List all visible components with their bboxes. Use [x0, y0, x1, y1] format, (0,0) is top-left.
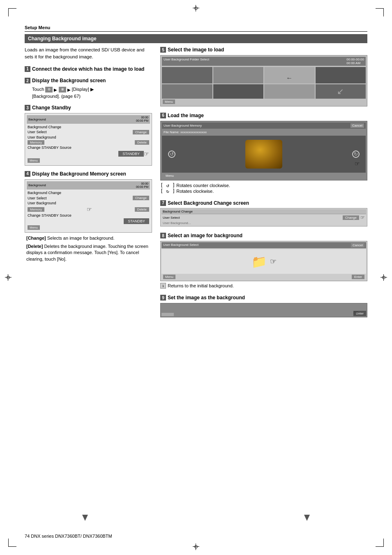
step-8-number: 8 [160, 233, 166, 238]
step8-enter-btn[interactable]: Enter [352, 275, 364, 279]
arrow-icon-1: ▶ [54, 87, 57, 93]
thumb-3[interactable]: ← [264, 67, 315, 83]
step6-touch-hand: ☞ [355, 160, 360, 167]
step8-menu-btn[interactable]: Menu [163, 275, 175, 279]
step-3-title: Change Standby [32, 104, 71, 111]
step-7: 7 Select Background Change screen Backgr… [160, 200, 367, 227]
returns-indicator: 1 [160, 283, 166, 289]
step8-screen-title: User Background Select [163, 243, 198, 247]
settings-icon: ⚙ [45, 87, 53, 92]
step4-row3: User Background [28, 201, 56, 205]
step5-time: 00:00-00:00 00:00 AM [346, 58, 364, 65]
step-6: 6 Load the image User Background Memory … [160, 112, 367, 194]
page-footer: 74 DNX series DNX7360BT/ DNX7360BTM [25, 534, 112, 539]
rotate-cw-note: [ ↻ ] Rotates clockwise. [160, 188, 367, 194]
note-delete: [Delete] Deletes the background image. T… [26, 243, 152, 262]
step-4-notes: [Change] Selects an image for background… [25, 235, 152, 262]
rotate-ccw-icon[interactable]: ↺ [168, 150, 175, 158]
thumb-1[interactable] [162, 67, 212, 83]
step4-standby-btn[interactable]: STANDBY [124, 218, 149, 224]
step-4-screen: Background 00:00 00:00 PM Background Cha… [25, 179, 152, 233]
note-change: [Change] Selects an image for background… [26, 235, 152, 241]
page-title: Changing Background image [25, 34, 367, 43]
thumb-2[interactable] [213, 67, 264, 83]
dog-image [245, 140, 282, 169]
arrow-down-left [82, 513, 88, 522]
svg-marker-0 [82, 515, 88, 521]
rotate-ccw-note: [ ↺ ] Rotates counter clockwise. [160, 183, 367, 188]
step6-menu-btn[interactable]: Menu [164, 173, 176, 178]
step-7-number: 7 [160, 200, 166, 206]
step-3-screen: Background 00:00 00:00 PM Background Cha… [25, 113, 152, 166]
step-9-screen: Enter ☞ [160, 303, 367, 317]
step3-row4: Change STANDBY Source [28, 146, 71, 150]
step-1-number: 1 [25, 66, 30, 72]
svg-marker-1 [304, 515, 310, 521]
step4-row2: User Select [28, 196, 47, 200]
step-5-title: Select the image to load [168, 46, 224, 53]
step5-menu-btn[interactable]: Menu [163, 99, 175, 104]
step-7-screen: Background Change User Select Change ☞ U… [160, 208, 367, 227]
thumb-6[interactable] [213, 84, 264, 99]
step4-change-btn[interactable]: Change [133, 196, 149, 200]
step6-cancel-btn[interactable]: Cancel [350, 123, 364, 128]
thumb-5[interactable] [162, 84, 212, 99]
folder-icon: 📁 [251, 254, 267, 269]
returns-note: 1 Returns to the initial background. [160, 283, 367, 289]
step-9-number: 9 [160, 295, 166, 301]
step4-time: 00:00 00:00 PM [136, 182, 148, 189]
step-4-number: 4 [25, 171, 30, 177]
step-2-title: Display the Background screen [32, 77, 106, 84]
step4-screen-title: Background [28, 183, 46, 187]
step-6-screen: User Background Memory Cancel File Name:… [160, 121, 367, 180]
step3-delete-btn[interactable]: Delete [135, 140, 149, 145]
step3-menu-btn[interactable]: Menu [28, 158, 40, 163]
step3-standby-btn[interactable]: STANDBY [118, 151, 144, 157]
step7-change-btn[interactable]: Change [343, 215, 359, 220]
step3-screen-title: Background [28, 118, 46, 121]
section-header-label: Setup Menu [25, 25, 50, 30]
step4-row4: Change STANDBY Source [28, 213, 71, 217]
thumb-4[interactable] [316, 67, 366, 83]
step3-memory-btn[interactable]: Memory [28, 140, 44, 145]
step6-file-label: File Name: xxxxxxxxxxxxxxxx [164, 130, 207, 134]
step6-screen-title: User Background Memory [164, 124, 202, 127]
thumb-7[interactable] [264, 84, 315, 99]
step7-row3: User Background... [163, 221, 191, 225]
arrow-icon-2: ▶ [67, 87, 71, 93]
step9-touch-hand: ☞ [353, 310, 359, 316]
step3-time: 00:00 00:00 PM [136, 116, 148, 123]
step-4-title: Display the Background Memory screen [32, 171, 126, 178]
step4-row1: Background Change [28, 191, 61, 195]
thumb-8[interactable]: ↙ [316, 84, 366, 99]
step-1: 1 Connect the device which has the image… [25, 66, 152, 73]
step-3-number: 3 [25, 105, 30, 111]
left-column: Loads an image from the connected SD/ US… [25, 46, 152, 323]
step4-delete-btn[interactable]: Delete [135, 207, 149, 212]
step-8-title: Select an image for background [168, 232, 242, 239]
step4-menu-btn[interactable]: Menu [28, 225, 40, 230]
step3-row1: Background Change [28, 125, 61, 129]
step-9-title: Set the image as the background [168, 294, 245, 301]
step-5: 5 Select the image to load User Backgrou… [160, 46, 367, 106]
rotate-cw-icon[interactable]: ↻ [352, 150, 360, 158]
step-8-screen: User Background Select Cancel 📁 ☞ Menu E… [160, 241, 367, 281]
step3-row3: User Background [28, 135, 56, 139]
step8-touch-hand: ☞ [270, 257, 277, 266]
step-4: 4 Display the Background Memory screen B… [25, 171, 152, 262]
step-5-screen: User Background Folder Select 00:00-00:0… [160, 55, 367, 106]
description-text: Loads an image from the connected SD/ US… [25, 46, 152, 61]
step-1-title: Connect the device which has the image t… [32, 66, 144, 73]
step3-touch-indicator: ☞ [144, 150, 149, 157]
returns-text: Returns to the initial background. [168, 283, 234, 288]
step-6-title: Load the image [168, 112, 204, 119]
display-icon: 🖥 [59, 87, 66, 92]
step8-cancel-btn[interactable]: Cancel [351, 243, 364, 247]
step3-row2: User Select [28, 130, 47, 134]
step-3: 3 Change Standby Background 00:00 00:00 … [25, 104, 152, 166]
step7-row1: Background Change [163, 210, 193, 213]
step-2-body: Touch ⚙ ▶ 🖥 ▶ [Display] ▶ [Background]. … [25, 86, 152, 99]
step4-touch-indicator: ☞ [87, 206, 92, 213]
step3-change-btn[interactable]: Change [133, 130, 149, 134]
step4-memory-btn[interactable]: Memory [28, 207, 44, 212]
